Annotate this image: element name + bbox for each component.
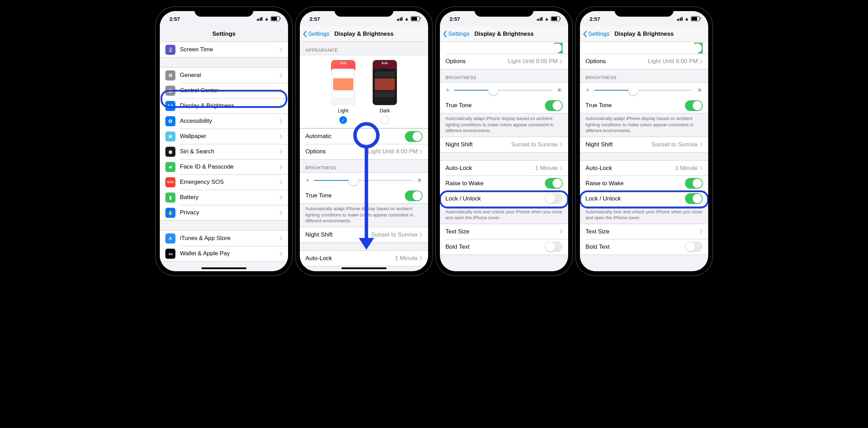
appearance-header: APPEARANCE — [300, 42, 428, 55]
truetone-toggle[interactable] — [405, 190, 423, 201]
chevron-right-icon — [280, 165, 283, 169]
automatic-toggle[interactable] — [405, 131, 423, 142]
raisetowake-toggle[interactable] — [685, 178, 703, 189]
battery-icon — [691, 16, 700, 21]
settings-row-screen-time[interactable]: ⏳Screen Time — [160, 42, 288, 57]
display-content-scrolled[interactable]: Options Light Until 8:00 PM BRIGHTNESS ☀… — [440, 42, 568, 271]
textsize-row[interactable]: Text Size — [440, 224, 568, 239]
brightness-slider-row: ☀ ☀ — [440, 83, 568, 98]
settings-row-itunes-app-store[interactable]: AiTunes & App Store — [160, 231, 288, 246]
truetone-toggle[interactable] — [685, 100, 703, 111]
settings-icon: ✋ — [165, 208, 175, 218]
settings-row-wallpaper[interactable]: ❀Wallpaper — [160, 129, 288, 144]
chevron-right-icon — [700, 229, 703, 234]
settings-row-battery[interactable]: ▮Battery — [160, 190, 288, 205]
autolock-row[interactable]: Auto-Lock 1 Minute — [580, 161, 708, 176]
settings-icon: ▭ — [165, 249, 175, 259]
brightness-slider[interactable] — [454, 90, 552, 91]
settings-row-wallet-apple-pay[interactable]: ▭Wallet & Apple Pay — [160, 246, 288, 261]
settings-icon: SOS — [165, 177, 175, 187]
settings-row-label: Wallpaper — [180, 133, 280, 140]
settings-row-label: Privacy — [180, 209, 280, 216]
truetone-footer: Automatically adapt iPhone display based… — [580, 113, 708, 137]
brightness-slider[interactable] — [314, 180, 412, 181]
settings-row-privacy[interactable]: ✋Privacy — [160, 205, 288, 220]
settings-row-label: Battery — [180, 194, 280, 201]
chevron-right-icon — [280, 251, 283, 256]
settings-icon: AA — [165, 101, 175, 111]
nightshift-row[interactable]: Night Shift Sunset to Sunrise — [440, 137, 568, 152]
signal-icon — [397, 17, 403, 21]
boldtext-toggle[interactable] — [545, 241, 563, 252]
chevron-right-icon — [560, 166, 563, 170]
appearance-dark-option[interactable]: 9:41 Dark — [373, 60, 397, 125]
nav-bar: Settings Display & Brightness — [440, 26, 568, 42]
nav-title: Display & Brightness — [335, 31, 394, 37]
options-row[interactable]: Options Light Until 8:00 PM — [440, 54, 568, 69]
settings-row-control-center[interactable]: ⊟Control Center — [160, 83, 288, 98]
wifi-icon: ▲ — [264, 16, 269, 22]
raisetowake-toggle[interactable] — [545, 178, 563, 189]
chevron-right-icon — [280, 195, 283, 200]
truetone-row: True Tone — [580, 98, 708, 113]
appearance-light-option[interactable]: 9:41 Light ✓ — [331, 60, 355, 125]
settings-row-siri-search[interactable]: ◉Siri & Search — [160, 144, 288, 159]
settings-row-display-brightness[interactable]: AADisplay & Brightness — [160, 98, 288, 113]
nightshift-row[interactable]: Night Shift Sunset to Sunrise — [580, 137, 708, 152]
truetone-toggle[interactable] — [545, 100, 563, 111]
chevron-right-icon — [700, 142, 703, 147]
automatic-toggle-partial[interactable] — [554, 43, 563, 53]
home-indicator[interactable] — [201, 267, 246, 269]
options-row[interactable]: Options Light Until 8:00 PM — [580, 54, 708, 69]
lockunlock-toggle[interactable] — [685, 193, 703, 204]
nav-title: Settings — [212, 31, 235, 37]
dark-preview: 9:41 — [373, 60, 397, 105]
settings-icon: ⊟ — [165, 86, 175, 96]
autolock-row[interactable]: Auto-Lock 1 Minute — [440, 161, 568, 176]
boldtext-toggle[interactable] — [685, 241, 703, 252]
brightness-header: BRIGHTNESS — [300, 160, 428, 172]
back-button[interactable]: Settings — [303, 31, 329, 37]
notch — [615, 7, 674, 17]
truetone-footer: Automatically adapt iPhone display based… — [440, 113, 568, 137]
phone-frame-3: 2:57 ▲ Settings Display & Brightness — [436, 7, 572, 275]
options-row[interactable]: Options Light Until 8:00 PM — [300, 144, 428, 159]
nav-title: Display & Brightness — [615, 31, 674, 37]
settings-content[interactable]: ⏳Screen Time⚙General⊟Control CenterAADis… — [160, 42, 288, 271]
chevron-right-icon — [280, 211, 283, 215]
display-content-scrolled[interactable]: Options Light Until 8:00 PM BRIGHTNESS ☀… — [580, 42, 708, 271]
autolock-row[interactable]: Auto-Lock 1 Minute — [300, 251, 428, 266]
settings-row-label: Face ID & Passcode — [180, 163, 280, 170]
home-indicator[interactable] — [341, 267, 387, 269]
settings-icon: ⚙ — [165, 70, 175, 80]
chevron-right-icon — [560, 142, 563, 147]
chevron-right-icon — [280, 48, 283, 52]
back-button[interactable]: Settings — [443, 31, 469, 37]
dark-label: Dark — [380, 108, 390, 113]
nav-title: Display & Brightness — [475, 31, 534, 37]
settings-row-accessibility[interactable]: ✪Accessibility — [160, 113, 288, 129]
chevron-right-icon — [700, 59, 703, 64]
nightshift-row[interactable]: Night Shift Sunset to Sunrise — [300, 227, 428, 242]
lockunlock-row: Lock / Unlock — [580, 191, 708, 206]
lockunlock-footer: Automatically lock and unlock your iPhon… — [440, 207, 568, 224]
wifi-icon: ▲ — [544, 16, 549, 22]
settings-icon: ☻ — [165, 162, 175, 172]
brightness-slider-row: ☀ ☀ — [580, 83, 708, 98]
back-button[interactable]: Settings — [583, 31, 609, 37]
truetone-row: True Tone — [300, 188, 428, 203]
automatic-toggle-partial[interactable] — [694, 43, 703, 53]
notch — [335, 7, 393, 17]
settings-row-label: Wallet & Apple Pay — [180, 250, 280, 257]
textsize-row[interactable]: Text Size — [580, 224, 708, 239]
raisetowake-row: Raise to Wake — [440, 176, 568, 191]
settings-row-general[interactable]: ⚙General — [160, 68, 288, 83]
chevron-right-icon — [280, 180, 283, 185]
settings-row-emergency-sos[interactable]: SOSEmergency SOS — [160, 174, 288, 190]
display-content[interactable]: APPEARANCE 9:41 Light ✓ 9:41 Dark — [300, 42, 428, 271]
settings-row-label: Emergency SOS — [180, 179, 280, 186]
lockunlock-toggle[interactable] — [545, 193, 563, 204]
sun-low-icon: ☀ — [585, 87, 590, 93]
settings-row-face-id-passcode[interactable]: ☻Face ID & Passcode — [160, 159, 288, 174]
brightness-slider[interactable] — [594, 90, 692, 91]
